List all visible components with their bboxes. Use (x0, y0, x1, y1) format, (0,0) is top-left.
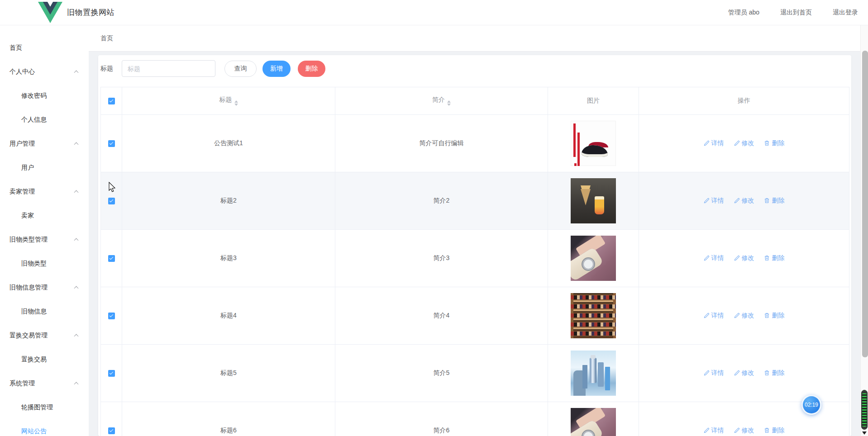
sidebar-item-site-announcement[interactable]: 网站公告 (0, 419, 89, 436)
remove-link[interactable]: 删除 (764, 254, 784, 262)
toolbar: 标题 查询 新增 删除 (100, 60, 849, 77)
sidebar-item-change-password[interactable]: 修改密码 (0, 84, 89, 108)
search-button[interactable]: 查询 (224, 61, 257, 77)
announcement-card: 标题 查询 新增 删除 标题 简介 图片 (98, 55, 851, 436)
sidebar-item-oldgoods-type-management[interactable]: 旧物类型管理 (0, 227, 89, 251)
sidebar-item-personal-center[interactable]: 个人中心 (0, 60, 89, 84)
chevron-up-icon (74, 334, 79, 338)
sidebar-item-home[interactable]: 首页 (0, 36, 89, 60)
pencil-icon (734, 313, 740, 318)
pencil-icon (734, 140, 740, 146)
row-actions-cell: 详情 修改 删除 (639, 345, 849, 402)
admin-user-label[interactable]: 管理员 abo (728, 9, 759, 17)
remove-link[interactable]: 删除 (764, 139, 784, 147)
column-header-intro[interactable]: 简介 (335, 87, 548, 115)
row-actions-cell: 详情 修改 删除 (639, 230, 849, 287)
row-image[interactable] (571, 408, 616, 436)
logout-link[interactable]: 退出登录 (833, 9, 858, 17)
row-checkbox[interactable] (108, 427, 115, 434)
sidebar-item-exchange[interactable]: 置换交易 (0, 347, 89, 371)
trash-icon (764, 255, 770, 261)
row-checkbox-cell (101, 230, 122, 287)
sort-carets-icon[interactable] (234, 100, 238, 106)
detail-link[interactable]: 详情 (704, 369, 724, 377)
row-image-cell (548, 287, 639, 345)
sidebar-item-oldgoods-type[interactable]: 旧物类型 (0, 251, 89, 275)
add-button[interactable]: 新增 (262, 61, 291, 77)
row-intro: 简介5 (335, 345, 548, 402)
edit-link[interactable]: 修改 (734, 197, 754, 205)
sidebar-item-seller[interactable]: 卖家 (0, 204, 89, 227)
detail-link[interactable]: 详情 (704, 197, 724, 205)
remove-link[interactable]: 删除 (764, 197, 784, 205)
row-image-cell (548, 402, 639, 436)
edit-link[interactable]: 修改 (734, 369, 754, 377)
remove-link[interactable]: 删除 (764, 427, 784, 435)
edit-link[interactable]: 修改 (734, 139, 754, 147)
recording-timer-badge[interactable]: 02:19 (801, 395, 821, 415)
sidebar-item-label: 旧物信息管理 (10, 284, 48, 292)
title-filter-input[interactable] (122, 60, 215, 77)
delete-button[interactable]: 删除 (298, 61, 325, 77)
column-header-title[interactable]: 标题 (122, 87, 335, 115)
table-row: 标题4 简介4 详情 修改 删除 (101, 287, 849, 345)
remove-link[interactable]: 删除 (764, 369, 784, 377)
announcement-table: 标题 简介 图片 操作 公告测试1 简介可自行编辑 详 (100, 87, 849, 436)
sidebar-item-oldgoods-info-management[interactable]: 旧物信息管理 (0, 275, 89, 299)
sidebar-item-system-management[interactable]: 系统管理 (0, 371, 89, 395)
detail-link[interactable]: 详情 (704, 427, 724, 435)
pencil-icon (704, 427, 710, 433)
remove-link[interactable]: 删除 (764, 312, 784, 320)
row-image[interactable] (571, 236, 616, 281)
sort-carets-icon[interactable] (447, 100, 451, 106)
row-checkbox[interactable] (108, 370, 115, 377)
row-intro: 简介6 (335, 402, 548, 436)
row-title: 标题5 (122, 345, 335, 402)
row-image[interactable] (571, 293, 616, 338)
vue-logo-icon (38, 2, 62, 23)
row-image[interactable] (571, 178, 616, 223)
column-header-image: 图片 (548, 87, 639, 115)
scroll-capture-handle[interactable] (861, 390, 868, 430)
detail-link[interactable]: 详情 (704, 139, 724, 147)
breadcrumb-bar: 首页 (89, 25, 860, 52)
select-all-cell (101, 87, 122, 115)
sidebar-item-label: 卖家 (21, 212, 34, 220)
row-title: 标题6 (122, 402, 335, 436)
row-checkbox[interactable] (108, 140, 115, 147)
sidebar-item-carousel-management[interactable]: 轮播图管理 (0, 395, 89, 419)
table-header-row: 标题 简介 图片 操作 (101, 87, 849, 115)
trash-icon (764, 198, 770, 204)
edit-link[interactable]: 修改 (734, 312, 754, 320)
row-title: 标题2 (122, 172, 335, 230)
row-checkbox[interactable] (108, 313, 115, 319)
row-checkbox[interactable] (108, 255, 115, 262)
row-actions-cell: 详情 修改 删除 (639, 115, 849, 172)
detail-link[interactable]: 详情 (704, 254, 724, 262)
row-image[interactable] (571, 351, 616, 396)
sidebar-item-user[interactable]: 用户 (0, 156, 89, 180)
edit-link[interactable]: 修改 (734, 427, 754, 435)
select-all-checkbox[interactable] (108, 98, 115, 104)
sidebar-item-seller-management[interactable]: 卖家管理 (0, 180, 89, 204)
row-intro: 简介2 (335, 172, 548, 230)
exit-to-home-link[interactable]: 退出到首页 (780, 9, 812, 17)
trash-icon (764, 370, 770, 376)
edit-link[interactable]: 修改 (734, 254, 754, 262)
sidebar-item-oldgoods-info[interactable]: 旧物信息 (0, 299, 89, 323)
pencil-icon (704, 198, 710, 204)
page-scrollbar[interactable] (860, 25, 868, 436)
sidebar-item-user-management[interactable]: 用户管理 (0, 132, 89, 156)
pencil-icon (704, 255, 710, 261)
row-image[interactable] (571, 121, 616, 166)
breadcrumb[interactable]: 首页 (100, 34, 113, 43)
row-checkbox[interactable] (108, 198, 115, 204)
main-content: 首页 标题 查询 新增 删除 标题 简介 (89, 25, 860, 436)
detail-link[interactable]: 详情 (704, 312, 724, 320)
table-row: 标题5 简介5 详情 修改 删除 (101, 345, 849, 402)
sidebar-item-personal-info[interactable]: 个人信息 (0, 108, 89, 132)
sidebar-item-exchange-management[interactable]: 置换交易管理 (0, 323, 89, 347)
sidebar-item-label: 卖家管理 (10, 188, 35, 196)
scrollbar-thumb[interactable] (862, 51, 868, 357)
row-title: 公告测试1 (122, 115, 335, 172)
